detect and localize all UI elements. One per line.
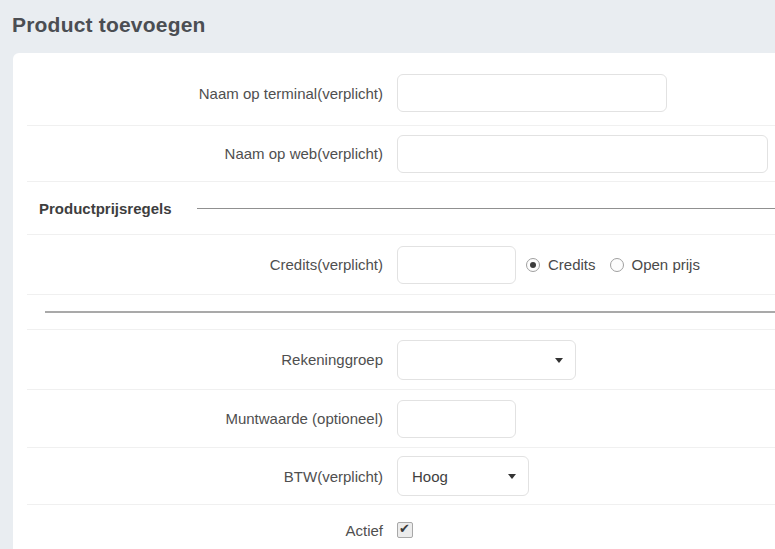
radio-option-credits[interactable]: Credits (526, 256, 596, 273)
credits-radio-button[interactable] (526, 258, 540, 272)
muntwaarde-label: Muntwaarde (optioneel) (27, 410, 397, 427)
page-title: Product toevoegen (0, 0, 775, 37)
horizontal-rule (45, 311, 775, 313)
muntwaarde-input[interactable] (397, 400, 516, 438)
actief-checkbox[interactable] (397, 522, 413, 538)
row-muntwaarde: Muntwaarde (optioneel) (27, 390, 775, 448)
row-rekeninggroep: Rekeninggroep (27, 330, 775, 390)
credits-input[interactable] (397, 246, 516, 284)
chevron-down-icon (555, 358, 563, 363)
credits-label: Credits(verplicht) (27, 256, 397, 273)
radio-option-open-prijs[interactable]: Open prijs (610, 256, 700, 273)
btw-select[interactable]: Hoog (397, 456, 529, 496)
rekeninggroep-label: Rekeninggroep (27, 351, 397, 368)
btw-selected-value: Hoog (412, 468, 448, 485)
row-naam-op-web: Naam op web(verplicht) (27, 126, 775, 182)
row-credits: Credits(verplicht) Credits Open prijs (27, 235, 775, 295)
row-productprijsregels-section: Productprijsregels (27, 182, 775, 235)
btw-label: BTW(verplicht) (27, 468, 397, 485)
naam-op-terminal-label: Naam op terminal(verplicht) (27, 85, 397, 102)
row-naam-op-terminal: Naam op terminal(verplicht) (27, 53, 775, 126)
rekeninggroep-select[interactable] (397, 340, 576, 380)
row-btw: BTW(verplicht) Hoog (27, 448, 775, 505)
open-prijs-radio-label: Open prijs (632, 256, 700, 273)
naam-op-web-input[interactable] (397, 135, 768, 173)
row-actief: Actief (27, 505, 775, 549)
productprijsregels-heading: Productprijsregels (39, 200, 172, 217)
naam-op-web-label: Naam op web(verplicht) (27, 145, 397, 162)
chevron-down-icon (508, 474, 516, 479)
section-divider-line (197, 208, 775, 209)
form-panel: Naam op terminal(verplicht) Naam op web(… (13, 53, 775, 549)
price-type-radio-group: Credits Open prijs (526, 256, 714, 273)
open-prijs-radio-button[interactable] (610, 258, 624, 272)
credits-radio-label: Credits (548, 256, 596, 273)
naam-op-terminal-input[interactable] (397, 74, 667, 112)
actief-label: Actief (27, 522, 397, 539)
spacer-row (27, 295, 775, 330)
